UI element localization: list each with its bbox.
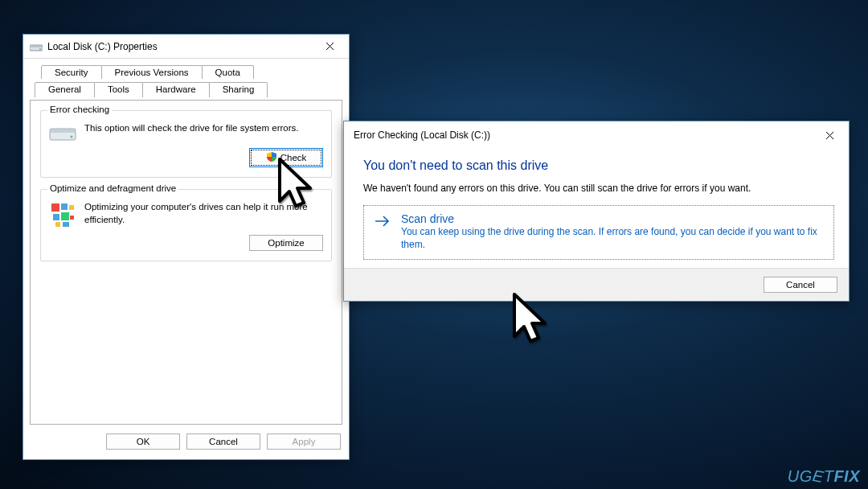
drive-icon <box>49 122 76 142</box>
uac-shield-icon <box>266 151 277 164</box>
check-button[interactable]: Check <box>249 148 323 167</box>
dialog-heading: You don't need to scan this drive <box>363 158 834 173</box>
tab-body-tools: Error checking This option will check th… <box>30 100 342 425</box>
svg-rect-1 <box>31 46 42 47</box>
drive-icon <box>30 42 43 51</box>
close-icon <box>326 42 334 51</box>
svg-rect-11 <box>70 216 74 220</box>
tab-label: General <box>48 84 81 94</box>
tab-label: Quota <box>215 68 240 77</box>
close-button[interactable] <box>312 35 347 58</box>
button-label: OK <box>137 437 150 446</box>
close-button[interactable] <box>812 124 847 146</box>
properties-window: Local Disk (C:) Properties Security Prev… <box>23 34 350 460</box>
tab-label: Previous Versions <box>115 68 189 77</box>
button-label: Cancel <box>209 437 238 446</box>
tab-sharing[interactable]: Sharing <box>209 82 268 97</box>
svg-rect-13 <box>63 222 69 227</box>
tab-previous-versions[interactable]: Previous Versions <box>101 65 203 79</box>
svg-rect-9 <box>53 214 59 220</box>
group-optimize: Optimize and defragment drive <box>40 189 332 261</box>
group-text: This option will check the drive for fil… <box>84 122 323 135</box>
button-label: Apply <box>293 437 316 446</box>
svg-rect-12 <box>55 222 60 227</box>
svg-rect-10 <box>61 212 69 220</box>
svg-rect-8 <box>69 205 74 210</box>
window-title: Local Disk (C:) Properties <box>47 41 312 52</box>
watermark: UGETFIX <box>788 467 860 486</box>
dialog-description: We haven't found any errors on this driv… <box>363 183 834 194</box>
tab-quota[interactable]: Quota <box>202 65 254 79</box>
group-text: Optimizing your computer's drives can he… <box>84 201 323 226</box>
tab-tools[interactable]: Tools <box>94 82 143 97</box>
scan-drive-option[interactable]: Scan drive You can keep using the drive … <box>363 205 834 260</box>
tabs-area: Security Previous Versions Quota General… <box>23 59 349 425</box>
tab-label: Security <box>55 68 88 77</box>
defrag-icon <box>49 201 76 228</box>
button-label: Cancel <box>786 280 815 290</box>
dialog-buttons: OK Cancel Apply <box>23 425 349 459</box>
cancel-button[interactable]: Cancel <box>764 277 837 293</box>
tab-label: Hardware <box>156 84 196 94</box>
svg-rect-6 <box>51 203 59 212</box>
optimize-button[interactable]: Optimize <box>249 235 323 251</box>
button-label: Check <box>280 153 307 162</box>
group-legend: Error checking <box>47 105 112 114</box>
cancel-button[interactable]: Cancel <box>186 434 260 450</box>
tab-general[interactable]: General <box>35 82 95 97</box>
titlebar[interactable]: Error Checking (Local Disk (C:)) <box>344 121 849 149</box>
button-label: Optimize <box>268 238 304 248</box>
svg-point-2 <box>39 48 41 50</box>
dialog-buttons: Cancel <box>344 268 849 301</box>
scan-drive-subtext: You can keep using the drive during the … <box>401 225 824 251</box>
group-legend: Optimize and defragment drive <box>47 183 178 193</box>
group-error-checking: Error checking This option will check th… <box>40 110 332 178</box>
titlebar[interactable]: Local Disk (C:) Properties <box>23 35 349 59</box>
close-icon <box>825 131 834 140</box>
tab-hardware[interactable]: Hardware <box>142 82 210 97</box>
error-checking-dialog: Error Checking (Local Disk (C:)) You don… <box>343 121 850 302</box>
tab-label: Sharing <box>223 84 255 94</box>
scan-drive-title: Scan drive <box>401 212 824 225</box>
ok-button[interactable]: OK <box>106 434 180 450</box>
apply-button[interactable]: Apply <box>267 434 341 450</box>
svg-rect-7 <box>61 203 68 210</box>
arrow-right-icon <box>374 214 391 231</box>
svg-point-5 <box>71 136 73 138</box>
tab-strip: Security Previous Versions Quota General… <box>30 65 342 101</box>
svg-rect-4 <box>51 129 75 133</box>
window-title: Error Checking (Local Disk (C:)) <box>350 129 812 141</box>
tab-security[interactable]: Security <box>41 65 102 79</box>
tab-label: Tools <box>108 84 129 94</box>
